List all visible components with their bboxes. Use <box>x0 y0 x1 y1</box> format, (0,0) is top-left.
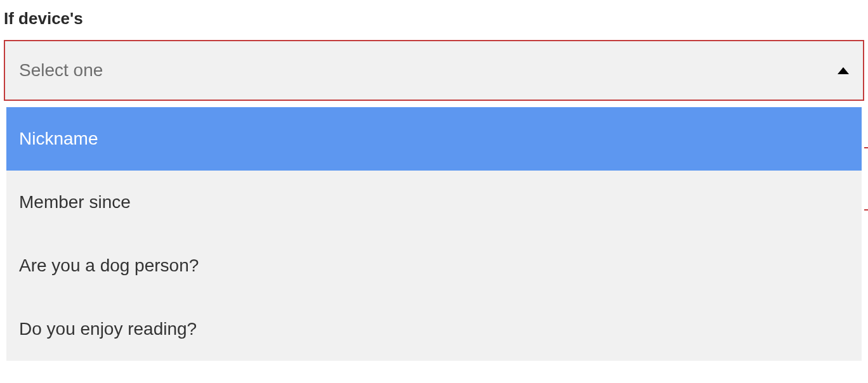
option-label: Are you a dog person? <box>19 256 199 276</box>
side-marker-bottom <box>864 209 868 211</box>
caret-up-icon <box>838 67 849 74</box>
dropdown-list: Nickname Member since Are you a dog pers… <box>6 107 862 361</box>
option-label: Nickname <box>19 129 98 149</box>
dropdown-option-member-since[interactable]: Member since <box>6 171 862 234</box>
dropdown-option-dog-person[interactable]: Are you a dog person? <box>6 234 862 297</box>
dropdown-option-nickname[interactable]: Nickname <box>6 107 862 171</box>
select-placeholder: Select one <box>19 60 103 81</box>
option-label: Member since <box>19 192 131 212</box>
side-marker-top <box>864 147 868 148</box>
dropdown-option-enjoy-reading[interactable]: Do you enjoy reading? <box>6 297 862 361</box>
field-label: If device's <box>4 9 864 29</box>
option-label: Do you enjoy reading? <box>19 319 197 339</box>
select-dropdown[interactable]: Select one <box>4 40 864 101</box>
